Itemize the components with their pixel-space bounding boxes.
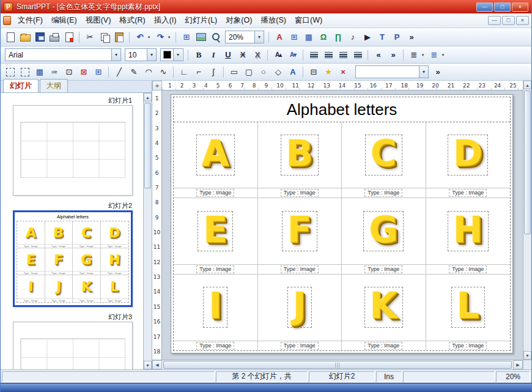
open-folder-icon[interactable] [18,31,32,44]
letter-image[interactable]: H [448,211,489,252]
increase-font-icon[interactable]: A▴ [272,48,285,62]
ole-object-icon[interactable]: ole [48,65,61,79]
crop-icon[interactable]: ⊟ [307,65,320,79]
table-cell[interactable]: B Type : Image [258,122,342,198]
letter-image[interactable]: F [282,211,317,252]
rounded-rectangle-icon[interactable]: ▢ [242,65,256,79]
table-cell[interactable]: A Type : Image [174,122,258,198]
scroll-right-icon[interactable]: ▶ [513,360,523,369]
zoom-combo[interactable]: 20% ▾ [225,31,264,43]
tab-outline[interactable]: 大纲 [40,79,68,92]
rectangle-icon[interactable]: ▭ [227,65,241,79]
table-cell[interactable]: L Type : Image [426,275,511,350]
copy-icon[interactable] [98,31,111,44]
redo-icon[interactable]: ↷ [153,31,167,44]
numbered-list-icon[interactable]: ≣ [427,48,441,62]
text-shadow-icon[interactable]: X [251,48,264,62]
vertical-scrollbar-thumb[interactable] [524,91,531,234]
letter-image[interactable]: I [203,287,227,328]
cells-icon[interactable]: ▦ [302,31,316,44]
save-icon[interactable] [33,31,46,44]
slide-title[interactable]: Alphabet letters [174,97,510,122]
strikethrough-icon[interactable]: X [236,48,249,62]
menu-item[interactable]: 播放(S) [256,13,290,28]
undo-dropdown-icon[interactable]: ▾ [146,31,152,44]
vertical-scrollbar-track[interactable] [523,89,531,351]
chevron-down-icon[interactable]: ▾ [254,31,264,43]
select-object-icon[interactable] [4,65,17,79]
ellipse-icon[interactable]: ○ [257,65,270,79]
insert-table-icon[interactable]: ⊞ [180,31,193,44]
slide-2-thumbnail[interactable]: Alphabet letters A Type : Image B Type :… [13,210,133,307]
menu-item[interactable]: 窗口(W) [290,13,327,28]
underline-icon[interactable]: U [221,48,235,62]
ruler-origin-button[interactable]: + [152,81,162,91]
equation-icon[interactable]: ∏ [331,31,345,44]
tab-slides[interactable]: 幻灯片 [3,79,39,92]
align-center-icon[interactable] [322,48,335,62]
symbol-icon[interactable]: Ω [317,31,330,44]
horizontal-scrollbar[interactable]: ◀ ▶ [152,360,523,369]
toolbar-overflow-icon[interactable]: » [405,31,418,44]
chevron-down-icon[interactable]: ▾ [147,49,156,61]
menu-item[interactable]: 对象(O) [221,13,256,28]
close-button[interactable]: × [512,2,528,12]
table-cell[interactable]: C Type : Image [342,122,426,198]
print-icon[interactable] [48,31,61,44]
align-left-icon[interactable] [307,48,320,62]
italic-icon[interactable]: I [207,48,220,62]
media-icon[interactable]: ♪ [346,31,360,44]
text-frame-icon[interactable]: ⊞ [92,65,105,79]
font-color-icon[interactable]: A [273,31,286,44]
redo-dropdown-icon[interactable]: ▾ [166,31,172,44]
menu-item[interactable]: 编辑(E) [47,13,81,28]
paste-icon[interactable] [113,31,126,44]
letter-image[interactable]: E [198,211,233,252]
scroll-up-icon[interactable]: ▲ [144,93,152,102]
align-justify-icon[interactable] [351,48,364,62]
text-tool-icon[interactable]: A [286,65,300,79]
menu-item[interactable]: 插入(I) [150,13,181,28]
maximize-button[interactable]: □ [494,2,511,12]
textbox-icon[interactable]: T [375,31,389,44]
line-icon[interactable]: ╱ [113,65,126,79]
slides-scrollbar[interactable]: ▲ ▼ [143,93,152,369]
table-cell[interactable]: D Type : Image [426,122,511,198]
letter-image[interactable]: B [281,135,319,176]
export-document-icon[interactable] [62,31,76,44]
zoom-status[interactable]: 20% [496,371,530,382]
chevron-down-icon[interactable]: ▾ [419,66,428,78]
numbered-list-dropdown-icon[interactable]: ▾ [440,48,446,62]
menu-item[interactable]: 幻灯片(L) [180,13,221,28]
slides-scrollbar-thumb[interactable] [144,103,151,188]
menu-item[interactable]: 格式(R) [115,13,149,28]
slide-3-thumbnail[interactable] [13,322,133,369]
slides-scrollbar-track[interactable] [144,102,152,361]
connector-icon[interactable]: ∟ [177,65,191,79]
undo-icon[interactable]: ↶ [133,31,147,44]
object-frame-icon[interactable]: ⊡ [62,65,76,79]
table-icon[interactable]: ⊞ [287,31,301,44]
font-family-combo[interactable]: Arial ▾ [5,48,121,61]
arc-icon[interactable]: ◠ [142,65,155,79]
horizontal-scrollbar-thumb[interactable] [163,361,512,369]
curve-icon[interactable]: ∿ [157,65,170,79]
scroll-down-icon[interactable]: ▼ [523,351,531,360]
insert-image-icon[interactable] [194,31,208,44]
delete-icon[interactable]: × [336,65,350,79]
mdi-minimize-button[interactable]: — [488,16,501,25]
font-color-combo[interactable]: ▾ [160,48,183,61]
minimize-button[interactable]: — [476,2,493,12]
scroll-down-icon[interactable]: ▼ [144,361,152,369]
table-cell[interactable]: G Type : Image [342,198,426,274]
insert-mode-status[interactable]: Ins [376,371,402,382]
decrease-font-icon[interactable]: A▾ [286,48,300,62]
toolbar-overflow-icon[interactable]: » [431,65,445,79]
chevron-down-icon[interactable]: ▾ [111,49,120,61]
menu-item[interactable]: 视图(V) [81,13,116,28]
bullet-list-icon[interactable]: ≣ [407,48,421,62]
letter-image[interactable]: A [196,135,235,176]
indent-icon[interactable]: » [386,48,400,62]
table-cell[interactable]: H Type : Image [426,198,511,274]
letter-image[interactable]: J [287,287,312,328]
